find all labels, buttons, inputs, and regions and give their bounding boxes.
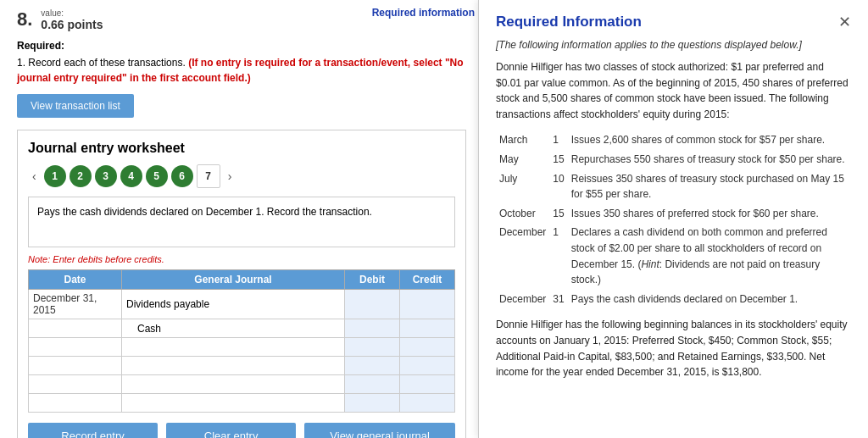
credit-cell-4[interactable] [400, 357, 455, 375]
desc-december-31: Pays the cash dividends declared on Dece… [568, 290, 851, 309]
prev-arrow[interactable]: ‹ [28, 168, 41, 185]
debit-input-5[interactable] [349, 379, 395, 391]
close-button[interactable]: ✕ [838, 14, 851, 30]
col-general-journal: General Journal [122, 270, 345, 290]
credit-input-6[interactable] [404, 397, 450, 409]
day-10-july: 10 [549, 169, 567, 204]
transactions-table: March 1 Issues 2,600 shares of common st… [496, 130, 851, 308]
required-info-panel: Required Information ✕ [The following in… [478, 0, 868, 438]
day-15-oct: 15 [549, 204, 567, 224]
table-row [29, 357, 455, 375]
debit-cell-6[interactable] [345, 394, 400, 413]
req-info-title: Required Information [496, 14, 642, 30]
tab-7[interactable]: 7 [197, 164, 220, 188]
account-cell-2[interactable] [122, 319, 345, 338]
paragraph-2: Donnie Hilfiger has the following beginn… [496, 317, 851, 380]
desc-october-15: Issues 350 shares of preferred stock for… [568, 204, 851, 224]
credit-cell-1[interactable] [400, 290, 455, 319]
tab-1[interactable]: 1 [44, 165, 66, 187]
main-area: 8. value: 0.66 points Required informati… [0, 0, 483, 438]
account-cell-4[interactable] [122, 357, 345, 375]
date-cell-4 [29, 357, 122, 375]
desc-march-1: Issues 2,600 shares of common stock for … [568, 130, 851, 150]
credit-input-2[interactable] [404, 323, 450, 335]
month-march: March [496, 130, 549, 150]
table-row [29, 338, 455, 357]
table-row [29, 319, 455, 338]
account-cell-6[interactable] [122, 394, 345, 413]
debit-cell-3[interactable] [345, 338, 400, 357]
account-input-4[interactable] [126, 360, 340, 372]
day-1: 1 [549, 130, 567, 150]
journal-table: Date General Journal Debit Credit Decemb… [28, 269, 455, 413]
req-info-header: Required Information ✕ [496, 14, 851, 30]
date-cell-5 [29, 375, 122, 394]
paragraph-1: Donnie Hilfiger has two classes of stock… [496, 59, 851, 122]
debit-input-2[interactable] [349, 323, 395, 335]
debit-cell-2[interactable] [345, 319, 400, 338]
credit-cell-2[interactable] [400, 319, 455, 338]
transaction-desc: Pays the cash dividends declared on Dece… [28, 197, 455, 247]
credit-cell-6[interactable] [400, 394, 455, 413]
month-december-31: December [496, 290, 549, 309]
col-date: Date [29, 270, 122, 290]
date-cell-1: December 31, 2015 [29, 290, 122, 319]
worksheet-title: Journal entry worksheet [28, 141, 455, 156]
record-entry-button[interactable]: Record entry [28, 423, 158, 438]
value-points: 0.66 points [41, 18, 103, 31]
tab-4[interactable]: 4 [120, 165, 142, 187]
item-number: 1. [17, 57, 25, 69]
credit-cell-3[interactable] [400, 338, 455, 357]
account-input-3[interactable] [126, 341, 340, 353]
note-debits: Note: Enter debits before credits. [28, 254, 455, 264]
account-cell-3[interactable] [122, 338, 345, 357]
clear-entry-button[interactable]: Clear entry [166, 423, 296, 438]
credit-input-4[interactable] [404, 360, 450, 372]
debit-cell-4[interactable] [345, 357, 400, 375]
month-october: October [496, 204, 549, 224]
transaction-row-6: December 31 Pays the cash dividends decl… [496, 290, 851, 309]
debit-input-1[interactable] [349, 298, 395, 310]
question-number: 8. [17, 8, 32, 30]
day-15-may: 15 [549, 150, 567, 169]
date-cell-2 [29, 319, 122, 338]
month-may: May [496, 150, 549, 169]
account-cell-1[interactable] [122, 290, 345, 319]
debit-input-4[interactable] [349, 360, 395, 372]
next-arrow[interactable]: › [224, 168, 236, 185]
transaction-row-1: March 1 Issues 2,600 shares of common st… [496, 130, 851, 150]
credit-input-3[interactable] [404, 341, 450, 353]
account-input-2[interactable] [137, 323, 340, 335]
transaction-row-3: July 10 Reissues 350 shares of treasury … [496, 169, 851, 204]
account-input-5[interactable] [126, 379, 340, 391]
required-label: Required: [17, 40, 466, 52]
desc-may-15: Repurchases 550 shares of treasury stock… [568, 150, 851, 169]
transaction-row-5: December 1 Declares a cash dividend on b… [496, 223, 851, 289]
month-july: July [496, 169, 549, 204]
tab-3[interactable]: 3 [95, 165, 117, 187]
account-input-6[interactable] [126, 397, 340, 409]
tab-nav: ‹ 1 2 3 4 5 6 7 › [28, 164, 455, 188]
day-1-dec: 1 [549, 223, 567, 289]
tab-2[interactable]: 2 [70, 165, 92, 187]
required-info-link[interactable]: Required information [372, 7, 475, 19]
view-transaction-button[interactable]: View transaction list [17, 94, 134, 118]
account-cell-5[interactable] [122, 375, 345, 394]
credit-cell-5[interactable] [400, 375, 455, 394]
required-item: 1. Record each of these transactions. (I… [17, 55, 466, 86]
debit-input-3[interactable] [349, 341, 395, 353]
credit-input-5[interactable] [404, 379, 450, 391]
date-cell-3 [29, 338, 122, 357]
debit-cell-1[interactable] [345, 290, 400, 319]
tab-5[interactable]: 5 [146, 165, 168, 187]
view-general-journal-button[interactable]: View general journal [304, 423, 455, 438]
debit-cell-5[interactable] [345, 375, 400, 394]
date-cell-6 [29, 394, 122, 413]
account-input-1[interactable] [126, 298, 340, 310]
tab-6[interactable]: 6 [171, 165, 193, 187]
req-info-body: Donnie Hilfiger has two classes of stock… [496, 59, 851, 380]
transaction-row-2: May 15 Repurchases 550 shares of treasur… [496, 150, 851, 169]
credit-input-1[interactable] [404, 298, 450, 310]
debit-input-6[interactable] [349, 397, 395, 409]
desc-july-10: Reissues 350 shares of treasury stock pu… [568, 169, 851, 204]
